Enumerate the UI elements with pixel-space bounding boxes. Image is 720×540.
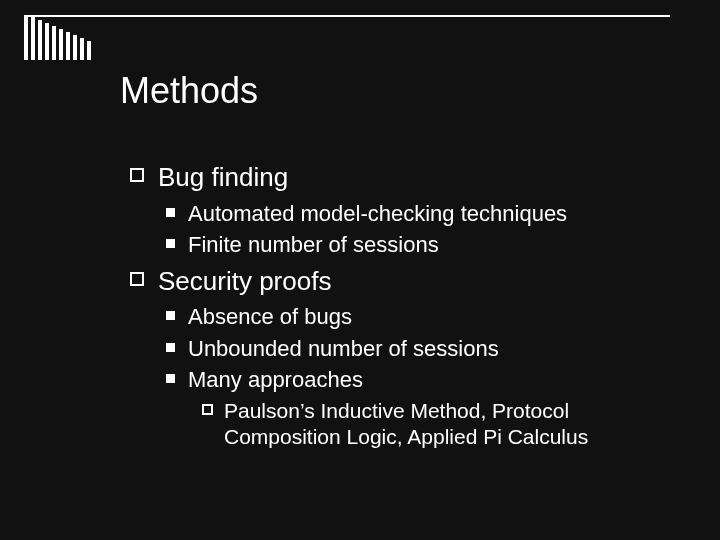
bar-icon (31, 17, 35, 60)
bar-icon (87, 41, 91, 60)
horizontal-rule (24, 15, 670, 17)
bar-icon (59, 29, 63, 60)
bar-icon (52, 26, 56, 60)
slide-content: Bug finding Automated model-checking tec… (130, 155, 660, 454)
decorative-bars (24, 15, 91, 60)
bullet-level3: Paulson’s Inductive Method, Protocol Com… (202, 398, 660, 451)
bar-icon (24, 15, 28, 60)
bullet-level2: Many approaches (166, 366, 660, 394)
slide-title: Methods (120, 70, 258, 112)
bullet-level2: Automated model-checking techniques (166, 200, 660, 228)
bar-icon (38, 20, 42, 60)
bar-icon (80, 38, 84, 60)
bar-icon (66, 32, 70, 60)
bullet-level2: Absence of bugs (166, 303, 660, 331)
bar-icon (73, 35, 77, 60)
slide: Methods Bug finding Automated model-chec… (0, 0, 720, 540)
bullet-level2: Finite number of sessions (166, 231, 660, 259)
bullet-level1: Bug finding (130, 161, 660, 194)
bullet-level2: Unbounded number of sessions (166, 335, 660, 363)
bar-icon (45, 23, 49, 60)
bullet-level1: Security proofs (130, 265, 660, 298)
